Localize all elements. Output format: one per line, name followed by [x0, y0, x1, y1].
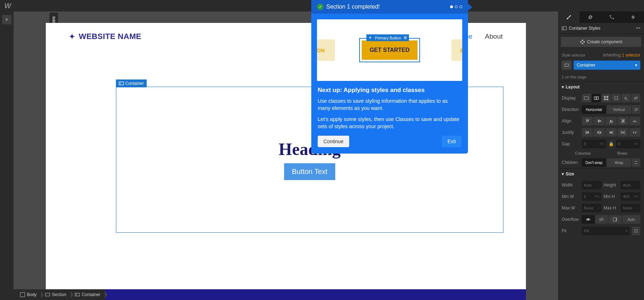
svg-rect-12: [594, 97, 596, 100]
display-inline[interactable]: A: [621, 94, 631, 102]
class-selector[interactable]: Container▾: [574, 61, 640, 70]
svg-point-57: [635, 229, 636, 231]
preview-selected: GET STARTED: [359, 38, 420, 62]
gap-row-input[interactable]: 0PX: [616, 140, 641, 148]
svg-rect-46: [611, 131, 612, 134]
maxw-input[interactable]: None–: [582, 204, 601, 212]
state-selector-button[interactable]: [562, 61, 572, 70]
preview-tag: ✦ Primary Button: [366, 34, 403, 41]
lock-icon[interactable]: 🔒: [609, 141, 614, 146]
fit-position[interactable]: [632, 227, 640, 235]
justify-around[interactable]: [629, 128, 640, 137]
exit-button[interactable]: Exit: [442, 136, 462, 147]
create-component-button[interactable]: Create component: [561, 37, 641, 47]
inline-block-icon: [614, 96, 619, 101]
overflow-auto[interactable]: Auto: [622, 215, 641, 224]
maxh-input[interactable]: None–: [621, 204, 640, 212]
webflow-logo[interactable]: W: [4, 2, 11, 10]
button-element[interactable]: Button Text: [284, 163, 336, 180]
size-section-header[interactable]: ▾Size: [558, 168, 644, 179]
site-logo: ✦ WEBSITE NAME: [69, 32, 141, 41]
body-icon: [20, 292, 25, 297]
justify-start[interactable]: [582, 128, 593, 137]
align-end-icon: [609, 118, 614, 124]
layout-section-header[interactable]: ▾Layout: [558, 81, 644, 92]
preview-left-button: ON: [317, 39, 335, 61]
height-input[interactable]: Auto–: [621, 181, 640, 189]
align-end[interactable]: [605, 117, 616, 125]
direction-reverse[interactable]: [632, 105, 640, 114]
hidden-icon: [633, 96, 638, 101]
container-icon: [562, 26, 567, 31]
tab-interactions[interactable]: [601, 11, 623, 23]
align-center[interactable]: [594, 117, 605, 125]
direction-vertical[interactable]: Vertical: [607, 105, 631, 114]
display-block[interactable]: [582, 94, 591, 102]
brush-icon: [566, 14, 572, 20]
tab-effects[interactable]: [623, 11, 644, 23]
align-stretch[interactable]: [618, 117, 629, 125]
children-wrap[interactable]: Wrap: [607, 158, 631, 167]
svg-rect-18: [615, 97, 618, 100]
crumb-body[interactable]: Body: [16, 290, 42, 299]
width-input[interactable]: Auto–: [582, 181, 601, 189]
overflow-scroll[interactable]: [609, 215, 621, 224]
display-label: Display: [562, 96, 580, 101]
svg-rect-30: [611, 121, 613, 122]
check-icon: ✓: [317, 4, 323, 10]
justify-end[interactable]: [605, 128, 616, 137]
svg-rect-4: [562, 27, 566, 30]
overflow-hidden[interactable]: [595, 215, 608, 224]
overflow-visible[interactable]: [582, 215, 595, 224]
gap-col-input[interactable]: 0PX: [582, 140, 606, 148]
justify-label: Justify: [562, 130, 580, 135]
svg-rect-55: [613, 218, 616, 221]
tutorial-preview: ON ✦ Primary Button ⚙ GET STARTED BUT: [317, 19, 462, 81]
display-flex[interactable]: [592, 94, 601, 102]
svg-rect-50: [623, 131, 624, 134]
justify-between[interactable]: [618, 128, 629, 137]
svg-rect-16: [604, 98, 606, 100]
svg-rect-14: [604, 96, 606, 98]
preview-gear-icon: ⚙: [402, 34, 409, 41]
maxh-label: Max H: [604, 205, 619, 211]
align-baseline[interactable]: AA: [629, 117, 640, 125]
justify-around-icon: [632, 130, 637, 135]
display-inline-block[interactable]: [611, 94, 621, 102]
more-icon[interactable]: •••: [636, 26, 640, 31]
inheriting-info[interactable]: Inheriting 1 selector: [603, 53, 640, 58]
continue-button[interactable]: Continue: [318, 136, 349, 147]
add-element-button[interactable]: +: [2, 15, 11, 24]
caret-down-icon: ▾: [562, 171, 564, 176]
position-icon: [634, 228, 639, 233]
create-component-label: Create component: [587, 39, 623, 44]
inline-icon: A: [624, 96, 629, 101]
display-none[interactable]: [631, 94, 640, 102]
svg-point-59: [635, 232, 636, 233]
fit-select[interactable]: Fill▾: [582, 227, 630, 235]
gear-icon: [587, 14, 593, 20]
element-tag-container[interactable]: Container: [116, 79, 147, 87]
svg-rect-39: [586, 131, 587, 134]
svg-rect-26: [598, 120, 599, 122]
tab-style[interactable]: [558, 11, 580, 23]
children-reverse[interactable]: [632, 158, 640, 167]
class-name: Container: [577, 63, 595, 68]
direction-horizontal[interactable]: Horizontal: [582, 105, 606, 114]
svg-rect-34: [623, 120, 624, 122]
children-nowrap[interactable]: Don't wrap: [582, 158, 606, 167]
minh-input[interactable]: 400PX: [621, 192, 640, 201]
crumb-section[interactable]: Section: [42, 290, 71, 299]
display-grid[interactable]: [601, 94, 611, 102]
align-stretch-icon: [620, 118, 625, 124]
nav-link-about[interactable]: About: [485, 33, 503, 40]
svg-rect-23: [586, 120, 587, 122]
crumb-container[interactable]: Container: [71, 290, 105, 299]
minw-input[interactable]: 0PX: [582, 192, 601, 201]
justify-center[interactable]: [594, 128, 605, 137]
minh-label: Min H: [604, 194, 619, 199]
svg-rect-13: [597, 97, 599, 100]
align-center-icon: [597, 118, 602, 124]
align-start[interactable]: [582, 117, 593, 125]
tab-settings[interactable]: [580, 11, 601, 23]
